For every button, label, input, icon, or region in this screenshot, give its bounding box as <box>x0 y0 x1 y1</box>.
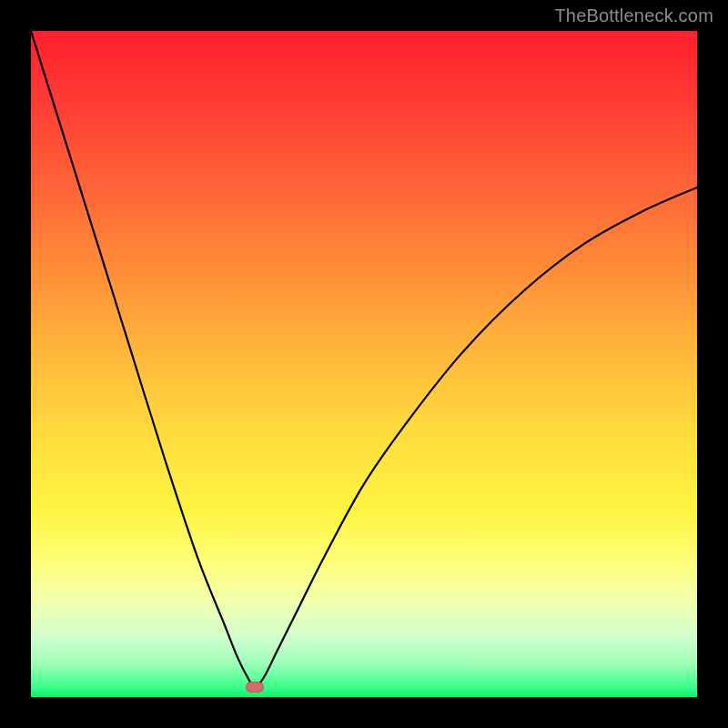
outer-frame: TheBottleneck.com <box>0 0 728 728</box>
watermark-text: TheBottleneck.com <box>554 5 713 26</box>
bottleneck-curve <box>31 31 697 697</box>
bottleneck-marker <box>246 682 264 693</box>
plot-area <box>31 31 697 697</box>
